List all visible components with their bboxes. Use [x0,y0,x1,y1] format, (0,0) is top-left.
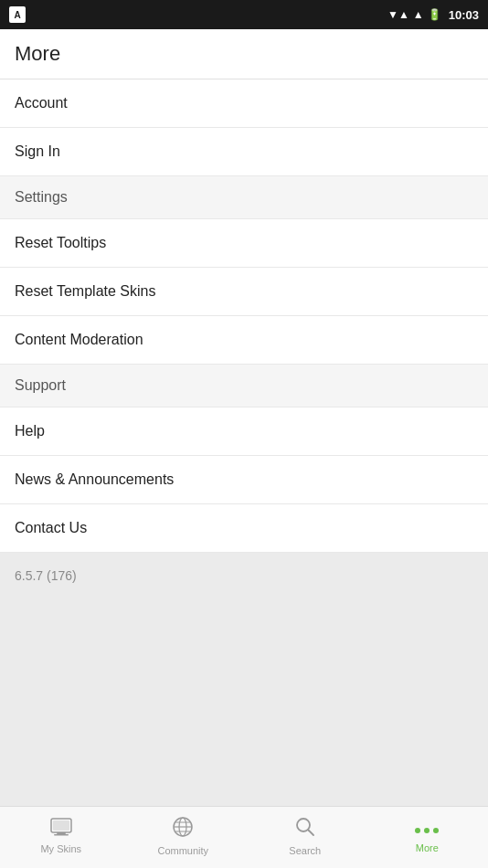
app-icon: A [9,6,26,23]
main-content: More Account Sign In Settings Reset Tool… [0,29,488,806]
nav-item-community[interactable]: Community [122,807,245,868]
svg-line-10 [308,830,313,835]
search-icon [294,816,316,842]
status-bar-left: A [9,6,26,23]
menu-item-contact-us[interactable]: Contact Us [0,504,488,553]
battery-icon: 🔋 [428,8,441,21]
menu-section-settings: Settings [0,176,488,219]
menu-item-help[interactable]: Help [0,408,488,456]
version-area: 6.5.7 (176) [0,553,488,806]
signal-icon: ▼▲ [387,8,409,21]
nav-item-my-skins[interactable]: My Skins [0,807,122,868]
svg-point-11 [415,828,420,833]
wifi-icon: ▲ [413,8,424,21]
more-label: More [416,842,439,853]
community-label: Community [157,845,208,856]
more-icon [414,819,440,839]
svg-rect-2 [54,834,69,836]
nav-item-more[interactable]: More [366,807,489,868]
menu-item-account[interactable]: Account [0,79,488,128]
my-skins-icon [50,818,72,840]
page-header: More [0,29,488,79]
menu-list: Account Sign In Settings Reset Tooltips … [0,79,488,553]
version-text: 6.5.7 (176) [15,568,77,583]
status-bar: A ▼▲ ▲ 🔋 10:03 [0,0,488,29]
status-bar-right: ▼▲ ▲ 🔋 10:03 [387,8,479,22]
menu-section-support: Support [0,365,488,408]
svg-point-13 [433,828,439,833]
menu-item-news-announcements[interactable]: News & Announcements [0,456,488,504]
nav-item-search[interactable]: Search [244,807,366,868]
svg-point-12 [424,828,430,833]
menu-item-reset-tooltips[interactable]: Reset Tooltips [0,219,488,268]
community-icon [172,816,194,842]
page-title: More [15,42,60,65]
menu-item-sign-in[interactable]: Sign In [0,128,488,176]
search-label: Search [289,845,321,856]
my-skins-label: My Skins [40,843,81,854]
time-display: 10:03 [449,8,479,22]
svg-rect-3 [53,820,69,831]
menu-item-reset-template-skins[interactable]: Reset Template Skins [0,268,488,316]
svg-rect-1 [57,832,66,834]
bottom-nav: My Skins Community Search [0,806,488,868]
menu-item-content-moderation[interactable]: Content Moderation [0,316,488,365]
